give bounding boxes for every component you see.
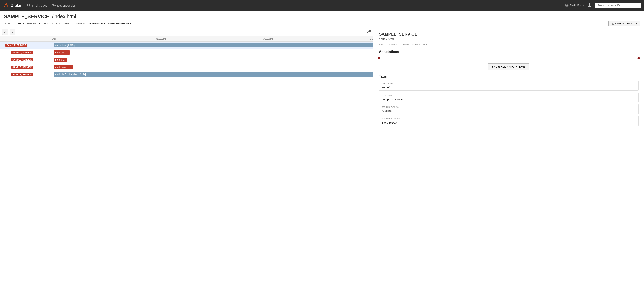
span-timeline-col: mod_dav.c_handler [58μs] <box>54 64 373 71</box>
depth-value: 2 <box>52 22 54 25</box>
detail-panel: SAMPLE_SERVICE /index.html Span ID: 8b05… <box>374 28 644 304</box>
annotations-timeline <box>379 57 638 60</box>
service-badge: SAMPLE_SERVICE <box>11 51 33 54</box>
svg-rect-4 <box>52 5 53 5</box>
spans-container: SAMPLE_SERVICE/index.html [1.013s]SAMPLE… <box>0 42 373 78</box>
tag-key: host.name <box>379 93 638 97</box>
span-row[interactable]: SAMPLE_SERVICE/index.html [1.013s] <box>0 42 373 49</box>
tags-title: Tags <box>379 74 638 78</box>
detail-service-name: SAMPLE_SERVICE <box>379 32 638 37</box>
brand[interactable]: Zipkin <box>3 2 22 9</box>
svg-line-9 <box>53 5 54 6</box>
search-input[interactable] <box>595 3 641 8</box>
timeline-header: 0ms337.593ms675.186ms1.013s <box>0 36 373 42</box>
span-row[interactable]: SAMPLE_SERVICEmod_proxy_balancer.c_handl… <box>0 56 373 64</box>
depth-label: Depth: <box>42 22 50 25</box>
tag-key: cloud.zone <box>379 81 638 85</box>
download-icon <box>611 22 614 25</box>
tick-label: 1.013s <box>370 38 374 40</box>
page-header: SAMPLE_SERVICE: /index.html Duration: 1.… <box>0 11 644 28</box>
span-bar-label: mod_proxy_balancer.c_handler [39μs] <box>54 59 67 61</box>
tick-label: 675.186ms <box>263 38 273 40</box>
download-json-button[interactable]: DOWNLOAD JSON <box>608 21 640 26</box>
span-row[interactable]: SAMPLE_SERVICEmod_php5.c_handler [1.012s… <box>0 71 373 78</box>
expand-panel-button[interactable] <box>367 30 371 34</box>
svg-line-8 <box>53 4 54 5</box>
tag-row: otel.library.nameApache <box>379 104 638 114</box>
service-badge: SAMPLE_SERVICE <box>11 58 33 61</box>
span-bar-label: mod_proxy.c_handler [50μs] <box>54 51 70 54</box>
tag-value: Apache <box>379 109 638 114</box>
tick-label: 337.593ms <box>156 38 166 40</box>
show-all-annotations-button[interactable]: SHOW ALL ANNOTATIONS <box>488 64 529 70</box>
nav-dependencies[interactable]: Dependencies <box>52 4 76 7</box>
span-bar: mod_proxy_balancer.c_handler [39μs] <box>54 58 67 62</box>
svg-line-15 <box>369 30 370 32</box>
expand-icon <box>367 30 371 33</box>
tag-row: cloud.zonezone-1 <box>379 81 638 91</box>
svg-line-16 <box>367 31 368 33</box>
tag-key: otel.library.version <box>379 116 638 120</box>
svg-rect-7 <box>55 5 56 6</box>
navbar-right: ENGLISH <box>565 3 641 8</box>
zipkin-logo-icon <box>3 2 9 9</box>
svg-line-3 <box>29 6 30 7</box>
span-label-col: SAMPLE_SERVICE <box>0 73 54 76</box>
span-timeline-col: mod_proxy.c_handler [50μs] <box>54 49 373 56</box>
tag-value: 1.0.0-rc1GA <box>379 120 638 126</box>
timeline-ticks: 0ms337.593ms675.186ms1.013s <box>54 36 373 41</box>
tags-section: Tags cloud.zonezone-1host.namesample-con… <box>379 74 638 126</box>
upload-svg-icon <box>588 3 592 7</box>
tag-row: host.namesample-container <box>379 93 638 102</box>
span-id-value: 8b053ed7e2741891 <box>388 43 409 46</box>
detail-ids: Span ID: 8b053ed7e2741891 Parent ID: Non… <box>379 43 638 46</box>
total-spans-label: Total Spans: <box>56 22 70 25</box>
span-row[interactable]: SAMPLE_SERVICEmod_dav.c_handler [58μs] <box>0 64 373 71</box>
tag-value: sample-container <box>379 97 638 102</box>
annotation-dot-start <box>378 57 380 59</box>
span-bar: /index.html [1.013s] <box>54 43 373 47</box>
collapse-icon[interactable] <box>2 44 4 46</box>
annotations-title: Annotations <box>379 50 638 54</box>
tag-value: zone-1 <box>379 85 638 90</box>
span-timeline-col: mod_php5.c_handler [1.012s] <box>54 71 373 78</box>
service-badge: SAMPLE_SERVICE <box>11 73 33 76</box>
tag-row: otel.library.version1.0.0-rc1GA <box>379 116 638 126</box>
service-badge: SAMPLE_SERVICE <box>6 44 27 47</box>
span-bar: mod_dav.c_handler [58μs] <box>54 65 73 69</box>
upload-icon[interactable] <box>588 3 592 8</box>
trace-panel: 0ms337.593ms675.186ms1.013s SAMPLE_SERVI… <box>0 28 374 304</box>
trace-id-value: 79b086512145c104de8b03cbfec03ce5 <box>88 22 132 25</box>
language-selector[interactable]: ENGLISH <box>565 4 584 7</box>
nav-find-trace[interactable]: Find a trace <box>27 4 47 7</box>
language-icon <box>565 4 568 7</box>
collapse-up-button[interactable] <box>2 29 8 35</box>
annotation-line <box>379 58 638 59</box>
collapse-down-button[interactable] <box>10 29 15 35</box>
service-name-title: SAMPLE_SERVICE <box>4 14 49 19</box>
span-bar-label: /index.html [1.013s] <box>54 44 77 47</box>
span-label-col: SAMPLE_SERVICE <box>0 58 54 61</box>
parent-id-value: None <box>422 43 428 46</box>
trace-meta: Duration: 1.013s Services: 1 Depth: 2 To… <box>4 21 640 26</box>
duration-value: 1.013s <box>16 22 24 25</box>
tick-label: 0ms <box>52 38 56 40</box>
search-icon <box>27 4 30 7</box>
main-layout: 0ms337.593ms675.186ms1.013s SAMPLE_SERVI… <box>0 28 644 304</box>
tag-key: otel.library.name <box>379 104 638 109</box>
span-label-col: SAMPLE_SERVICE <box>0 44 54 47</box>
total-spans-value: 5 <box>72 22 73 25</box>
span-id-label: Span ID: <box>379 43 388 46</box>
page-title: SAMPLE_SERVICE: /index.html <box>4 14 640 20</box>
span-timeline-col: /index.html [1.013s] <box>54 42 373 49</box>
svg-rect-6 <box>54 5 54 6</box>
span-bar: mod_proxy.c_handler [50μs] <box>54 50 70 55</box>
span-label-col: SAMPLE_SERVICE <box>0 66 54 69</box>
tags-container: cloud.zonezone-1host.namesample-containe… <box>379 81 638 126</box>
main-nav: Find a trace Dependencies <box>27 4 560 7</box>
parent-id-label: Parent ID: <box>412 43 422 46</box>
services-value: 1 <box>39 22 40 25</box>
span-row[interactable]: SAMPLE_SERVICEmod_proxy.c_handler [50μs] <box>0 49 373 56</box>
brand-name: Zipkin <box>11 3 22 8</box>
span-name-title: /index.html <box>52 14 76 19</box>
